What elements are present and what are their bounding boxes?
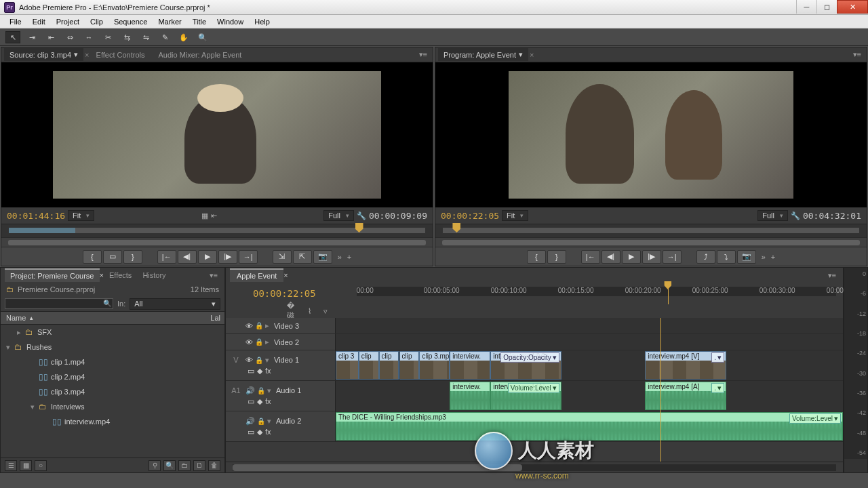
tracks-playhead-line[interactable] xyxy=(660,318,661,462)
menu-edit[interactable]: Edit xyxy=(27,16,51,27)
source-tab-active[interactable]: Source: clip 3.mp4 ▾ xyxy=(4,48,83,61)
track-header-a2[interactable]: 🔊🔒▾Audio 2▭◆fx xyxy=(226,411,336,441)
clip[interactable]: clip xyxy=(359,351,379,380)
program-timecode-current[interactable]: 00:00:22:05 xyxy=(441,211,499,221)
prog-play-button[interactable]: ▶ xyxy=(622,250,641,264)
track-select-tool[interactable]: ⇥ xyxy=(24,31,39,43)
history-tab[interactable]: History xyxy=(137,269,171,281)
source-settings-icon[interactable]: 🔧 xyxy=(357,211,366,220)
source-safe-margins-icon[interactable]: ▦ xyxy=(201,211,208,220)
close-button[interactable]: ✕ xyxy=(837,0,868,14)
sequence-tab-close-icon[interactable]: × xyxy=(283,271,288,279)
project-search-input[interactable] xyxy=(5,298,113,309)
source-timecode-current[interactable]: 00:01:44:16 xyxy=(7,211,65,221)
track-selector[interactable]: A1 xyxy=(229,386,243,394)
pen-tool[interactable]: ✎ xyxy=(157,31,172,43)
prog-mark-in-button[interactable]: { xyxy=(527,250,546,264)
program-settings-icon[interactable]: 🔧 xyxy=(791,211,800,220)
zoom-tool[interactable]: 🔍 xyxy=(195,31,210,43)
program-more-icon[interactable]: » xyxy=(762,253,766,261)
eye-icon[interactable]: 👁 xyxy=(245,356,253,364)
menu-clip[interactable]: Clip xyxy=(85,16,108,27)
track-option-icon[interactable]: fx xyxy=(265,367,271,375)
menu-file[interactable]: File xyxy=(4,16,27,27)
program-tab-close-icon[interactable]: × xyxy=(530,51,534,59)
maximize-button[interactable]: ◻ xyxy=(816,0,837,14)
new-bin-button[interactable]: 🗀 xyxy=(178,460,191,471)
ripple-edit-tool[interactable]: ⇤ xyxy=(43,31,58,43)
project-column-header[interactable]: Name ▲ Lal xyxy=(1,311,224,325)
timeline-ruler[interactable]: 00:0000:00:05:0000:00:10:0000:00:15:0000… xyxy=(357,287,836,296)
lift-button[interactable]: ⤴ xyxy=(696,250,715,264)
rate-stretch-tool[interactable]: ↔ xyxy=(81,31,96,43)
rolling-edit-tool[interactable]: ⇔ xyxy=(62,31,77,43)
source-quality-dropdown[interactable]: Full▾ xyxy=(323,210,354,221)
clip[interactable]: interview.mp4 [A]. ▾ xyxy=(645,382,726,410)
folder-up-icon[interactable]: 🗀 xyxy=(6,285,14,293)
mark-clip-button[interactable]: ▭ xyxy=(103,250,122,264)
track-header-v1[interactable]: V👁🔒▾Video 1▭◆fx xyxy=(226,350,336,380)
clip[interactable]: clip xyxy=(399,351,420,380)
track-content[interactable] xyxy=(336,334,843,350)
lock-icon[interactable]: 🔒 xyxy=(255,322,263,329)
program-zoom-bar[interactable] xyxy=(435,237,867,247)
find-button[interactable]: 🔍 xyxy=(163,460,176,471)
track-content[interactable]: clip 3clipclipclipclip 3.mpinterview.int… xyxy=(336,350,843,380)
selection-tool[interactable]: ↖ xyxy=(5,31,20,43)
prog-go-to-in-button[interactable]: |← xyxy=(581,250,600,264)
menu-project[interactable]: Project xyxy=(51,16,85,27)
program-zoom-dropdown[interactable]: Fit▾ xyxy=(502,210,528,221)
track-option-icon[interactable]: ◆ xyxy=(257,367,262,375)
icon-view-button[interactable]: ▦ xyxy=(20,460,32,471)
track-option-icon[interactable]: ◆ xyxy=(257,428,262,436)
mute-icon[interactable]: 🔊 xyxy=(245,417,255,426)
step-forward-button[interactable]: |▶ xyxy=(218,250,237,264)
clip[interactable]: clip xyxy=(379,351,399,380)
menu-help[interactable]: Help xyxy=(249,16,275,27)
track-option-icon[interactable]: fx xyxy=(265,397,271,406)
track-option-icon[interactable]: ◆ xyxy=(257,397,262,406)
clip[interactable]: interview.mp4 [V]. ▾ xyxy=(645,351,726,380)
mark-in-button[interactable]: { xyxy=(83,250,102,264)
thumbnail-size-slider[interactable]: ○ xyxy=(35,460,47,471)
sequence-tab[interactable]: Apple Event xyxy=(230,268,283,282)
program-viewer[interactable] xyxy=(435,62,867,207)
eye-icon[interactable]: 👁 xyxy=(245,322,253,330)
source-zoom-bar[interactable] xyxy=(1,237,433,247)
track-option-icon[interactable]: ▭ xyxy=(248,428,254,436)
eye-icon[interactable]: 👁 xyxy=(245,338,253,346)
program-quality-dropdown[interactable]: Full▾ xyxy=(757,210,788,221)
auto-match-button[interactable]: ⚲ xyxy=(149,460,161,471)
mute-icon[interactable]: 🔊 xyxy=(245,386,255,395)
column-name-header[interactable]: Name xyxy=(6,314,26,322)
clip[interactable]: interview. xyxy=(450,382,490,410)
overwrite-button[interactable]: ⇱ xyxy=(293,250,312,264)
timeline-timecode[interactable]: 00:00:22:05 xyxy=(253,288,316,299)
clip[interactable]: interview.mp4 [V]Opacity:Opacity ▾ xyxy=(490,351,561,380)
prog-mark-out-button[interactable]: } xyxy=(547,250,566,264)
program-scrubber[interactable] xyxy=(435,224,867,237)
program-panel-menu-icon[interactable]: ▾≡ xyxy=(850,50,864,59)
clip-item[interactable]: ▯▯clip 1.mp4 xyxy=(1,354,224,369)
clip-fx-dropdown[interactable]: . ▾ xyxy=(711,352,724,363)
razor-tool[interactable]: ✂ xyxy=(100,31,115,43)
audio-mixer-tab[interactable]: Audio Mixer: Apple Event xyxy=(152,49,249,61)
menu-marker[interactable]: Marker xyxy=(153,16,186,27)
linked-selection-button[interactable]: ⌇ xyxy=(303,306,315,317)
effect-controls-tab[interactable]: Effect Controls xyxy=(90,49,152,61)
menu-window[interactable]: Window xyxy=(212,16,249,27)
track-twisty-icon[interactable]: ▾ xyxy=(267,386,274,395)
slip-tool[interactable]: ⇆ xyxy=(119,31,134,43)
play-button[interactable]: ▶ xyxy=(198,250,217,264)
marker-button[interactable]: ▿ xyxy=(319,306,332,317)
track-option-icon[interactable]: fx xyxy=(265,428,271,436)
clip-fx-dropdown[interactable]: Volume:Level ▾ xyxy=(508,383,559,393)
track-twisty-icon[interactable]: ▸ xyxy=(265,338,272,346)
track-selector[interactable]: V xyxy=(229,356,243,364)
track-option-icon[interactable]: ▭ xyxy=(248,397,254,406)
source-add-button-icon[interactable]: + xyxy=(347,253,351,261)
bin-rushes[interactable]: ▾🗀Rushes xyxy=(1,340,224,354)
step-back-button[interactable]: ◀| xyxy=(178,250,197,264)
menu-sequence[interactable]: Sequence xyxy=(108,16,153,27)
clip-item[interactable]: ▯▯interview.mp4 xyxy=(1,414,224,429)
